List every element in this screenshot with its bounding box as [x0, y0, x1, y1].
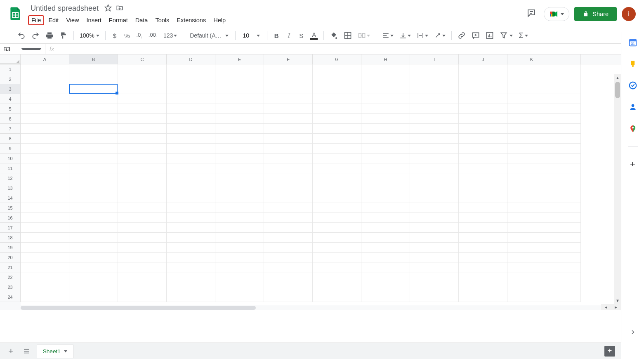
cell[interactable]	[507, 163, 556, 173]
cell[interactable]	[21, 203, 69, 213]
comments-icon[interactable]	[524, 6, 539, 22]
cell[interactable]	[556, 193, 581, 203]
cell[interactable]	[313, 292, 361, 302]
cell[interactable]	[21, 223, 69, 233]
cell[interactable]	[361, 213, 410, 223]
cell[interactable]	[264, 203, 313, 213]
cell[interactable]	[215, 213, 264, 223]
bold-button[interactable]: B	[271, 29, 282, 42]
cell[interactable]	[215, 144, 264, 154]
cell[interactable]	[215, 282, 264, 292]
cell[interactable]	[167, 173, 215, 183]
cell[interactable]	[459, 163, 507, 173]
text-color-button[interactable]: A	[308, 31, 320, 40]
formula-input[interactable]	[58, 44, 644, 54]
get-addons-icon[interactable]: +	[630, 159, 635, 170]
cell[interactable]	[313, 94, 361, 104]
row-header[interactable]: 4	[0, 94, 21, 104]
cell[interactable]	[118, 124, 167, 134]
cell[interactable]	[410, 262, 459, 272]
cell[interactable]	[118, 84, 167, 94]
cell[interactable]	[69, 233, 118, 243]
strikethrough-button[interactable]: S	[295, 29, 307, 42]
cell[interactable]	[264, 154, 313, 163]
cell[interactable]	[215, 104, 264, 114]
cell[interactable]	[167, 262, 215, 272]
menu-help[interactable]: Help	[210, 15, 229, 25]
cell[interactable]	[507, 74, 556, 84]
cell[interactable]	[118, 253, 167, 262]
cell[interactable]	[313, 163, 361, 173]
cell[interactable]	[410, 213, 459, 223]
cell[interactable]	[507, 104, 556, 114]
row-header[interactable]: 1	[0, 64, 21, 74]
cell[interactable]	[410, 144, 459, 154]
cell[interactable]	[361, 272, 410, 282]
cell[interactable]	[118, 94, 167, 104]
cell[interactable]	[118, 64, 167, 74]
cell[interactable]	[167, 124, 215, 134]
vertical-scroll-thumb[interactable]	[615, 82, 620, 98]
cell[interactable]	[264, 134, 313, 144]
share-button[interactable]: Share	[574, 7, 617, 21]
cell[interactable]	[507, 173, 556, 183]
cell[interactable]	[167, 94, 215, 104]
column-header[interactable]	[556, 54, 581, 64]
menu-insert[interactable]: Insert	[83, 15, 105, 25]
explore-button[interactable]	[604, 346, 615, 357]
cell[interactable]	[507, 114, 556, 124]
cell[interactable]	[556, 203, 581, 213]
cell[interactable]	[361, 233, 410, 243]
cell[interactable]	[264, 262, 313, 272]
cell[interactable]	[361, 173, 410, 183]
cell[interactable]	[69, 124, 118, 134]
column-header[interactable]: K	[507, 54, 556, 64]
horizontal-scrollbar[interactable]	[21, 305, 614, 310]
column-header[interactable]: B	[69, 54, 118, 64]
cell[interactable]	[361, 193, 410, 203]
row-header[interactable]: 19	[0, 243, 21, 253]
vertical-scrollbar[interactable]: ▲ ▼	[614, 74, 621, 304]
cell[interactable]	[507, 262, 556, 272]
cell[interactable]	[264, 213, 313, 223]
cell[interactable]	[215, 233, 264, 243]
row-header[interactable]: 2	[0, 74, 21, 84]
cell[interactable]	[167, 74, 215, 84]
cell[interactable]	[215, 203, 264, 213]
cell[interactable]	[215, 253, 264, 262]
cell[interactable]	[459, 272, 507, 282]
cell[interactable]	[167, 272, 215, 282]
cell[interactable]	[410, 104, 459, 114]
cell[interactable]	[69, 64, 118, 74]
cell[interactable]	[264, 233, 313, 243]
menu-extensions[interactable]: Extensions	[173, 15, 209, 25]
scroll-up-icon[interactable]: ▲	[614, 74, 621, 81]
cell[interactable]	[21, 262, 69, 272]
cell[interactable]	[21, 74, 69, 84]
cell[interactable]	[361, 292, 410, 302]
cell[interactable]	[69, 154, 118, 163]
borders-button[interactable]	[341, 29, 354, 42]
cell[interactable]	[556, 233, 581, 243]
cell[interactable]	[556, 262, 581, 272]
cell[interactable]	[410, 272, 459, 282]
cell[interactable]	[459, 154, 507, 163]
cell[interactable]	[361, 243, 410, 253]
cell[interactable]	[507, 233, 556, 243]
cell[interactable]	[264, 84, 313, 94]
row-header[interactable]: 5	[0, 104, 21, 114]
cell[interactable]	[69, 163, 118, 173]
scroll-left-icon[interactable]: ◄	[601, 304, 611, 310]
zoom-select[interactable]: 100%	[77, 31, 102, 40]
cell[interactable]	[556, 144, 581, 154]
cell[interactable]	[459, 124, 507, 134]
menu-format[interactable]: Format	[106, 15, 131, 25]
column-header[interactable]: A	[21, 54, 69, 64]
cell[interactable]	[167, 64, 215, 74]
cell[interactable]	[21, 84, 69, 94]
select-all-corner[interactable]	[0, 54, 21, 64]
cell[interactable]	[21, 253, 69, 262]
row-header[interactable]: 8	[0, 134, 21, 144]
row-header[interactable]: 23	[0, 282, 21, 292]
cell[interactable]	[556, 183, 581, 193]
